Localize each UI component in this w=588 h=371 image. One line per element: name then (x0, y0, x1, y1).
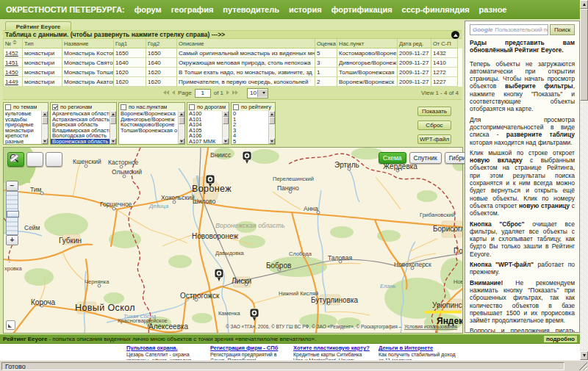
nav-item[interactable]: география (171, 5, 214, 14)
filter-option[interactable]: 3 (232, 128, 269, 134)
object-id-link[interactable]: 1452 (5, 50, 18, 57)
list-scrollbar[interactable] (268, 111, 275, 144)
show-button[interactable]: Показать (417, 107, 451, 116)
table-row[interactable]: 1451монастыриМонастырь Свято-Усп16401640… (4, 58, 462, 68)
scroll-thumb[interactable] (269, 117, 275, 124)
scroll-thumb[interactable] (110, 117, 116, 124)
arrow-up-icon[interactable] (179, 111, 184, 117)
filter-option[interactable]: усадьбы (4, 117, 42, 123)
ad-title-link[interactable]: Деньги в Интернете (379, 345, 456, 351)
filter-option[interactable]: 0 (232, 111, 269, 117)
list-scrollbar[interactable] (178, 111, 184, 144)
filter-option[interactable]: природные (4, 122, 42, 128)
table-row[interactable]: 1450монастыриМонастырь Толшевск16201620В… (4, 68, 462, 77)
last-page-button[interactable] (232, 90, 238, 96)
details-link[interactable]: подробно (544, 336, 577, 342)
filter-option[interactable]: А100 (187, 111, 223, 117)
scroll-thumb[interactable] (580, 9, 588, 101)
scroll-up-button[interactable] (580, 0, 588, 9)
map-terms-link[interactable]: Условия использования (404, 324, 458, 329)
next-page-button[interactable] (226, 90, 229, 96)
scroll-thumb[interactable] (42, 117, 48, 124)
column-header[interactable]: Нас.пункт (337, 39, 398, 48)
ad-title-link[interactable]: Регистрация фирм - СПб (210, 345, 288, 351)
arrow-down-icon[interactable] (42, 138, 48, 144)
filter-option[interactable]: Костомарово/Вороне (119, 122, 179, 128)
list-scrollbar[interactable] (110, 111, 116, 144)
column-header[interactable]: № (4, 39, 23, 48)
filter-option[interactable]: 2 (232, 122, 269, 128)
ad-title-link[interactable]: Хотите пластиковую карту? (293, 345, 371, 351)
page-input[interactable]: 1 (195, 89, 211, 98)
filter-option[interactable]: 4 (232, 133, 269, 139)
table-row[interactable]: 1449монастыриМонастырь Акатов16201620При… (4, 77, 462, 87)
ruler-tool[interactable] (46, 152, 62, 167)
map-canvas[interactable]: ВнииссКшенскийКасторноеОлымскийЭртильЖер… (3, 147, 463, 334)
zoom-out-button[interactable]: − (6, 181, 18, 191)
filter-option[interactable]: культовые (4, 111, 42, 117)
scroll-down-button[interactable] (580, 351, 588, 360)
search-button[interactable]: Поиск (550, 24, 575, 35)
object-id-link[interactable]: 1450 (5, 69, 18, 76)
map-type-active[interactable]: Схема (379, 152, 406, 164)
arrow-down-icon[interactable] (110, 138, 116, 144)
nav-item[interactable]: фортификация (331, 5, 392, 14)
sort-icon[interactable] (12, 40, 17, 45)
filter-option[interactable]: Толши/Воронежская о (119, 128, 179, 134)
column-header[interactable]: Дата ред. (398, 39, 431, 48)
filter-option[interactable]: монастыри (4, 128, 42, 134)
map-type-button[interactable]: Спутник (409, 152, 442, 164)
filter-option[interactable]: Воронежская область (51, 139, 110, 145)
wpt-file-button[interactable]: WPT-файл (417, 134, 451, 144)
arrow-up-icon[interactable] (110, 111, 116, 117)
map-marker[interactable] (243, 151, 251, 164)
table-row[interactable]: 1452монастыриМонастырь Костомаро16501650… (4, 48, 462, 58)
column-header[interactable]: Тип (23, 39, 62, 48)
filter-option[interactable]: крепости (4, 133, 42, 139)
filter-option[interactable]: А106 (187, 133, 223, 139)
filter-option[interactable]: А101 (187, 117, 223, 123)
search-input[interactable]: Google Пользовательский поиск (470, 24, 548, 35)
ad-title-link[interactable]: Пультовая охрана. (126, 345, 204, 351)
chevron-down-icon[interactable] (257, 90, 268, 97)
filter-option[interactable]: разные (4, 139, 42, 145)
zoom-in-button[interactable]: + (6, 235, 18, 245)
arrow-up-icon[interactable] (269, 111, 275, 117)
map-marker[interactable] (215, 269, 223, 281)
filter-checkbox[interactable] (5, 104, 11, 110)
nav-item[interactable]: ссср-финляндия (402, 5, 470, 14)
scroll-thumb[interactable] (179, 117, 184, 124)
arrow-down-icon[interactable] (269, 138, 275, 144)
reset-button[interactable]: Сброс (417, 120, 451, 130)
filter-checkbox[interactable] (233, 104, 239, 110)
nav-item[interactable]: форум (135, 5, 162, 14)
first-page-button[interactable] (163, 90, 169, 96)
filter-option[interactable]: 1 (232, 117, 269, 123)
filter-checkbox[interactable] (52, 104, 58, 110)
filter-option[interactable]: 5 (232, 139, 269, 145)
filter-option[interactable]: Воронеж/Воронежска (119, 111, 179, 117)
page-scrollbar[interactable] (580, 0, 588, 360)
nav-item[interactable]: путеводитель (223, 5, 279, 14)
arrow-up-icon[interactable] (223, 111, 229, 117)
filter-option[interactable]: Астраханская область (51, 117, 110, 123)
map-marker[interactable] (250, 309, 259, 321)
filter-option[interactable]: А104 (187, 122, 223, 128)
zoom-box-tool[interactable] (26, 152, 43, 167)
filter-checkbox[interactable] (189, 104, 195, 110)
filter-option[interactable]: Вологодская область (51, 133, 110, 139)
table-collapse-button[interactable] (451, 31, 459, 39)
minimap-toggle[interactable] (6, 320, 15, 330)
filter-checkbox[interactable] (121, 104, 126, 110)
filter-option[interactable]: Владимирская область (51, 128, 110, 134)
filter-option[interactable]: Брянская область (51, 122, 110, 128)
nav-item[interactable]: история (289, 5, 322, 14)
nav-item[interactable]: разное (479, 5, 507, 14)
column-header[interactable]: Название (62, 39, 114, 48)
column-header[interactable]: Год2 (146, 39, 177, 48)
list-scrollbar[interactable] (222, 111, 229, 144)
column-header[interactable]: Оценка (315, 39, 337, 48)
resize-grip[interactable] (578, 361, 587, 370)
filter-option[interactable]: А107 ММК (187, 139, 223, 145)
arrow-down-icon[interactable] (179, 138, 184, 144)
